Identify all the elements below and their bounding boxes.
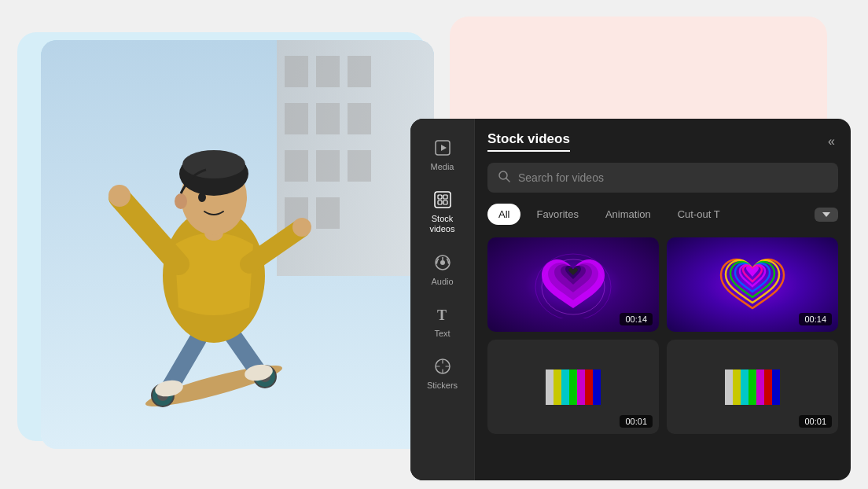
chevron-down-icon — [822, 212, 830, 217]
panel: Media Stockvideos — [410, 119, 851, 480]
svg-rect-38 — [438, 200, 442, 204]
svg-rect-7 — [348, 103, 371, 134]
svg-rect-37 — [443, 195, 447, 199]
svg-rect-55 — [585, 370, 593, 405]
svg-rect-10 — [348, 150, 371, 182]
svg-rect-9 — [316, 150, 340, 182]
svg-line-45 — [506, 178, 509, 182]
search-bar — [487, 163, 838, 193]
sidebar-item-media[interactable]: Media — [415, 131, 470, 180]
colorbar2-svg — [717, 366, 788, 409]
svg-point-31 — [198, 193, 206, 202]
collapse-button[interactable]: « — [825, 131, 838, 152]
svg-rect-39 — [443, 200, 447, 204]
filter-tab-favorites[interactable]: Favorites — [525, 204, 589, 225]
video-thumb-heart2[interactable]: 00:14 — [667, 237, 838, 332]
search-input[interactable] — [518, 171, 827, 184]
stock-videos-icon — [434, 191, 451, 211]
sidebar: Media Stockvideos — [410, 119, 475, 480]
filter-tab-all[interactable]: All — [487, 204, 520, 225]
svg-rect-63 — [756, 370, 764, 405]
sidebar-item-text[interactable]: T Text — [415, 298, 470, 347]
svg-rect-6 — [316, 103, 340, 134]
thumb-heart2-duration: 00:14 — [799, 313, 832, 325]
sidebar-text-label: Text — [434, 329, 450, 339]
media-icon — [434, 139, 451, 159]
svg-marker-34 — [441, 145, 447, 151]
svg-rect-56 — [593, 370, 601, 405]
audio-icon — [434, 254, 451, 274]
svg-rect-12 — [316, 197, 340, 229]
svg-rect-52 — [561, 370, 569, 405]
svg-rect-36 — [438, 195, 442, 199]
thumb-heart1-duration: 00:14 — [620, 313, 653, 325]
video-thumb-heart1[interactable]: 00:14 — [487, 237, 659, 332]
svg-rect-35 — [435, 192, 451, 208]
svg-rect-53 — [569, 370, 577, 405]
sidebar-item-stock-videos[interactable]: Stockvideos — [415, 183, 470, 242]
svg-rect-2 — [285, 56, 308, 87]
svg-rect-61 — [741, 370, 748, 405]
skater-figure — [41, 40, 434, 449]
svg-point-30 — [182, 150, 245, 178]
svg-point-26 — [292, 218, 311, 237]
svg-rect-64 — [764, 370, 772, 405]
video-thumb-colorbar2[interactable]: 00:01 — [667, 340, 838, 434]
search-icon — [498, 171, 510, 185]
filter-tabs: All Favorites Animation Cut-out T — [487, 204, 838, 225]
main-content: Stock videos « All Favorites Animation C… — [475, 119, 851, 480]
svg-point-32 — [175, 193, 187, 209]
thumb-colorbar2-duration: 00:01 — [799, 415, 832, 428]
svg-rect-51 — [554, 370, 561, 405]
panel-title: Stock videos — [487, 131, 570, 152]
panel-header: Stock videos « — [487, 131, 838, 152]
svg-rect-8 — [285, 150, 308, 182]
filter-dropdown-button[interactable] — [815, 208, 838, 222]
filter-tab-animation[interactable]: Animation — [594, 204, 662, 225]
svg-point-41 — [440, 260, 445, 265]
sidebar-item-audio[interactable]: Audio — [415, 246, 470, 295]
skater-svg — [41, 40, 434, 449]
heart2-svg — [713, 252, 792, 318]
video-grid: 00:14 — [487, 237, 838, 434]
svg-point-25 — [108, 185, 131, 207]
sidebar-media-label: Media — [431, 162, 454, 172]
svg-rect-5 — [285, 103, 308, 134]
sidebar-stock-videos-label: Stockvideos — [430, 214, 455, 234]
svg-rect-62 — [748, 370, 756, 405]
skater-card — [41, 40, 434, 449]
svg-text:T: T — [437, 307, 447, 323]
svg-rect-65 — [772, 370, 780, 405]
sidebar-item-stickers[interactable]: Stickers — [415, 350, 470, 399]
colorbar1-svg — [538, 366, 609, 409]
stickers-icon — [434, 358, 451, 377]
text-icon: T — [434, 306, 451, 325]
svg-rect-54 — [577, 370, 585, 405]
filter-tab-cutout[interactable]: Cut-out T — [667, 204, 731, 225]
heart1-svg — [534, 252, 612, 318]
thumb-colorbar1-duration: 00:01 — [620, 415, 653, 428]
sidebar-audio-label: Audio — [431, 277, 453, 287]
sidebar-stickers-label: Stickers — [427, 381, 458, 391]
scene-wrapper: Media Stockvideos — [17, 17, 851, 472]
svg-rect-60 — [733, 370, 741, 405]
svg-rect-3 — [316, 56, 340, 87]
svg-rect-50 — [546, 370, 554, 405]
video-thumb-colorbar1[interactable]: 00:01 — [487, 340, 659, 434]
svg-rect-4 — [348, 56, 371, 87]
svg-rect-59 — [725, 370, 733, 405]
